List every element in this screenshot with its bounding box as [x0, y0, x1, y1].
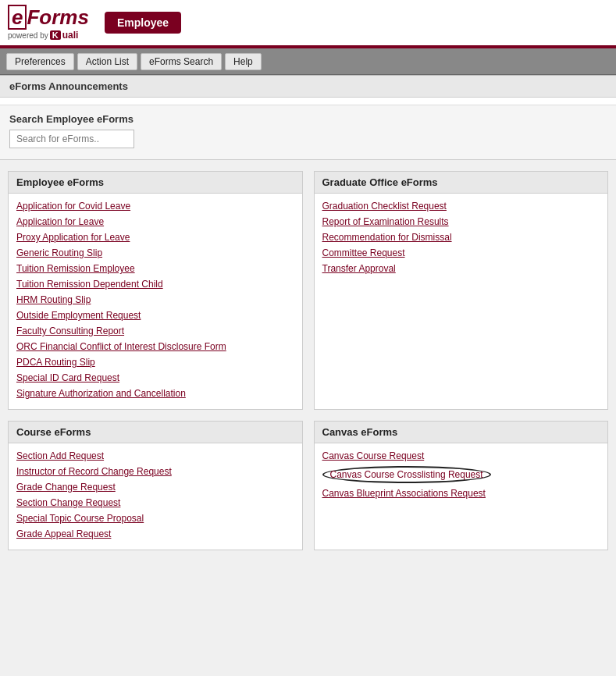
- graduate-eforms-title: Graduate Office eForms: [315, 172, 608, 194]
- employee-eforms-body: Application for Covid Leave Application …: [9, 194, 302, 409]
- forms-grid: Employee eForms Application for Covid Le…: [0, 160, 616, 561]
- link-generic-routing[interactable]: Generic Routing Slip: [16, 245, 294, 261]
- nav-action-list[interactable]: Action List: [77, 53, 137, 70]
- canvas-eforms-section: Canvas eForms Canvas Course Request Canv…: [314, 421, 609, 550]
- eforms-logo: eForms: [8, 5, 89, 30]
- course-eforms-title: Course eForms: [9, 422, 302, 443]
- link-signature-auth[interactable]: Signature Authorization and Cancellation: [16, 386, 294, 401]
- link-proxy-leave[interactable]: Proxy Application for Leave: [16, 229, 294, 245]
- graduate-eforms-section: Graduate Office eForms Graduation Checkl…: [314, 171, 609, 410]
- link-orc-conflict[interactable]: ORC Financial Conflict of Interest Discl…: [16, 339, 294, 354]
- link-canvas-course[interactable]: Canvas Course Request: [322, 448, 600, 464]
- graduate-eforms-body: Graduation Checklist Request Report of E…: [315, 194, 608, 284]
- announcements-bar: eForms Announcements: [0, 75, 616, 98]
- link-section-change[interactable]: Section Change Request: [16, 495, 294, 511]
- powered-by: powered by Kuali: [8, 30, 78, 41]
- employee-eforms-section: Employee eForms Application for Covid Le…: [8, 171, 303, 410]
- canvas-eforms-title: Canvas eForms: [315, 422, 608, 443]
- link-report-examination[interactable]: Report of Examination Results: [322, 214, 600, 229]
- link-instructor-record[interactable]: Instructor of Record Change Request: [16, 464, 294, 479]
- link-grade-change[interactable]: Grade Change Request: [16, 479, 294, 495]
- kuali-logo: K: [50, 30, 61, 40]
- link-covid-leave[interactable]: Application for Covid Leave: [16, 198, 294, 214]
- link-hrm-routing[interactable]: HRM Routing Slip: [16, 292, 294, 308]
- link-outside-employment[interactable]: Outside Employment Request: [16, 308, 294, 323]
- link-special-id[interactable]: Special ID Card Request: [16, 370, 294, 386]
- nav-eforms-search[interactable]: eForms Search: [141, 53, 222, 70]
- crosslisting-highlight: Canvas Course Crosslisting Request: [322, 466, 491, 483]
- nav-preferences[interactable]: Preferences: [6, 53, 74, 70]
- link-pdca-routing[interactable]: PDCA Routing Slip: [16, 354, 294, 370]
- search-title: Search Employee eForms: [9, 113, 607, 125]
- link-transfer-approval[interactable]: Transfer Approval: [322, 261, 600, 276]
- course-eforms-body: Section Add Request Instructor of Record…: [9, 443, 302, 550]
- link-grade-appeal[interactable]: Grade Appeal Request: [16, 526, 294, 542]
- navbar: Preferences Action List eForms Search He…: [0, 48, 616, 75]
- course-eforms-section: Course eForms Section Add Request Instru…: [8, 421, 303, 550]
- employee-badge[interactable]: Employee: [105, 12, 181, 34]
- employee-eforms-title: Employee eForms: [9, 172, 302, 194]
- link-leave[interactable]: Application for Leave: [16, 214, 294, 229]
- link-faculty-consulting[interactable]: Faculty Consulting Report: [16, 323, 294, 339]
- link-tuition-employee[interactable]: Tuition Remission Employee: [16, 261, 294, 276]
- logo-area: eForms powered by Kuali: [8, 5, 89, 41]
- announcements-spacer: [0, 98, 616, 105]
- link-committee-request[interactable]: Committee Request: [322, 245, 600, 261]
- link-graduation-checklist[interactable]: Graduation Checklist Request: [322, 198, 600, 214]
- link-recommendation-dismissal[interactable]: Recommendation for Dismissal: [322, 229, 600, 245]
- search-input[interactable]: [9, 130, 134, 148]
- search-section: Search Employee eForms: [0, 105, 616, 160]
- nav-help[interactable]: Help: [225, 53, 262, 70]
- canvas-eforms-body: Canvas Course Request Canvas Course Cros…: [315, 443, 608, 509]
- link-special-topic[interactable]: Special Topic Course Proposal: [16, 511, 294, 526]
- link-tuition-dependent[interactable]: Tuition Remission Dependent Child: [16, 276, 294, 292]
- link-canvas-blueprint[interactable]: Canvas Blueprint Associations Request: [322, 486, 600, 501]
- link-section-add[interactable]: Section Add Request: [16, 448, 294, 464]
- page-header: eForms powered by Kuali Employee: [0, 0, 616, 48]
- link-canvas-crosslisting[interactable]: Canvas Course Crosslisting Request: [322, 464, 491, 486]
- main-content: eForms Announcements Search Employee eFo…: [0, 75, 616, 676]
